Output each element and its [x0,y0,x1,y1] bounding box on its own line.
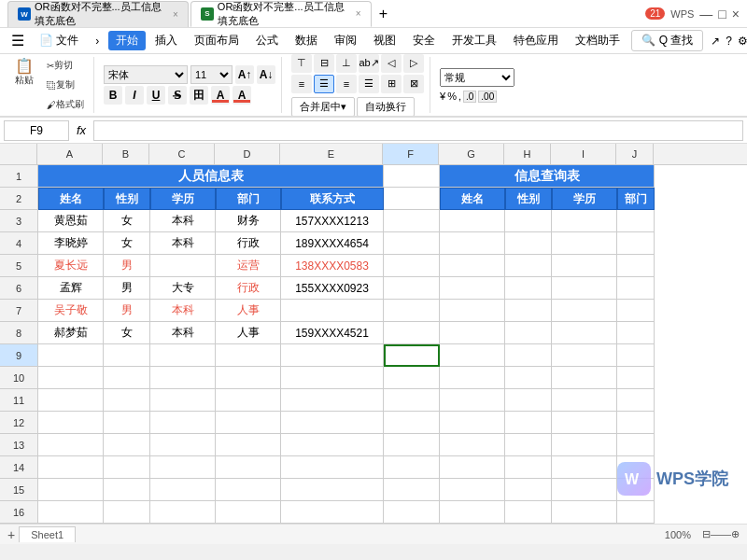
copy-button[interactable]: ⿻ 复制 [43,77,88,93]
cell-A9[interactable] [38,344,104,367]
search-box[interactable]: 🔍 Q 查找 [631,30,703,51]
cell-I6[interactable] [552,277,617,300]
cell-I10[interactable] [552,367,617,389]
cell-I8[interactable] [552,322,617,344]
cell-B2[interactable]: 性别 [104,188,150,210]
cell-C5[interactable] [150,255,216,277]
font-size-select[interactable]: 11 [190,65,233,84]
tab-et-doc[interactable]: S OR函数对不完整...员工信息填充底色 × [190,1,372,27]
row-header-9[interactable]: 9 [0,344,37,367]
cell-E9[interactable] [281,344,384,367]
cell-J12[interactable] [617,412,655,434]
cell-G4[interactable] [440,232,505,255]
cell-F5[interactable] [384,255,440,277]
cell-D14[interactable] [216,456,281,479]
cell-B10[interactable] [104,367,150,389]
cell-I9[interactable] [552,344,617,367]
row-header-7[interactable]: 7 [0,300,37,322]
cell-B8[interactable]: 女 [104,322,150,344]
cell-H4[interactable] [505,232,552,255]
row-header-15[interactable]: 15 [0,479,37,501]
cell-I13[interactable] [552,434,617,456]
share-icon[interactable]: ↗ [711,35,720,48]
cell-H13[interactable] [505,434,552,456]
cell-H12[interactable] [505,412,552,434]
cell-A12[interactable] [38,412,104,434]
cell-J11[interactable] [617,389,655,412]
cell-A16[interactable] [38,501,104,524]
cell-I7[interactable] [552,300,617,322]
row-header-1[interactable]: 1 [0,165,37,188]
formula-input[interactable] [93,120,743,141]
cell-E8[interactable]: 159XXXX4521 [281,322,384,344]
cell-C9[interactable] [150,344,216,367]
cell-E13[interactable] [281,434,384,456]
col-header-F[interactable]: F [383,144,439,164]
col-header-J[interactable]: J [616,144,654,164]
cell-E14[interactable] [281,456,384,479]
cell-D3[interactable]: 财务 [216,210,281,232]
cell-C4[interactable]: 本科 [150,232,216,255]
cell-H2[interactable]: 性别 [505,188,552,210]
cell-B15[interactable] [104,479,150,501]
cell-I11[interactable] [552,389,617,412]
minimize-button[interactable]: — [699,7,712,21]
cell-C7[interactable]: 本科 [150,300,216,322]
cell-E4[interactable]: 189XXXX4654 [281,232,384,255]
col-header-E[interactable]: E [280,144,383,164]
menu-formula[interactable]: 公式 [248,31,286,50]
cell-B7[interactable]: 男 [104,300,150,322]
cell-G6[interactable] [440,277,505,300]
cell-G15[interactable] [440,479,505,501]
menu-file[interactable]: 📄 文件 [32,31,86,50]
cell-B4[interactable]: 女 [104,232,150,255]
cell-J7[interactable] [617,300,655,322]
cell-C2[interactable]: 学历 [150,188,216,210]
text-angle-button[interactable]: ab↗ [359,54,379,73]
cell-E3[interactable]: 157XXXX1213 [281,210,384,232]
cell-A6[interactable]: 孟辉 [38,277,104,300]
cell-H15[interactable] [505,479,552,501]
col-header-B[interactable]: B [103,144,149,164]
cell-A5[interactable]: 夏长远 [38,255,104,277]
align-justify-button[interactable]: ☰ [359,75,379,93]
cell-H14[interactable] [505,456,552,479]
help-icon[interactable]: ? [726,35,732,48]
cell-F8[interactable] [384,322,440,344]
col-header-A[interactable]: A [37,144,103,164]
border-button[interactable]: 田 [190,86,208,105]
align-bottom-button[interactable]: ⊥ [336,54,357,73]
cell-B9[interactable] [104,344,150,367]
font-size-decrease-button[interactable]: A↓ [257,65,275,84]
cell-A7[interactable]: 吴子敬 [38,300,104,322]
fill-color-button[interactable]: A [211,86,230,105]
italic-button[interactable]: I [125,86,144,105]
indent-increase-button[interactable]: ▷ [403,54,424,73]
row-header-10[interactable]: 10 [0,367,37,389]
cell-J2[interactable]: 部门 [617,188,655,210]
col-header-I[interactable]: I [551,144,616,164]
cell-G8[interactable] [440,322,505,344]
align-top-button[interactable]: ⊤ [291,54,312,73]
col-header-C[interactable]: C [149,144,215,164]
cell-D10[interactable] [216,367,281,389]
cell-E12[interactable] [281,412,384,434]
cell-B11[interactable] [104,389,150,412]
col-header-H[interactable]: H [504,144,551,164]
add-sheet-button[interactable]: + [7,527,15,542]
cell-H10[interactable] [505,367,552,389]
tab-close-1[interactable]: × [173,9,178,20]
cell-E2[interactable]: 联系方式 [281,188,384,210]
cell-E16[interactable] [281,501,384,524]
tab-close-2[interactable]: × [356,8,361,19]
menu-toggle[interactable]: ☰ [6,32,30,49]
cell-F10[interactable] [384,367,440,389]
align-left-button[interactable]: ≡ [291,75,312,93]
cell-D8[interactable]: 人事 [216,322,281,344]
row-header-13[interactable]: 13 [0,434,37,456]
maximize-button[interactable]: □ [718,7,726,21]
cell-G14[interactable] [440,456,505,479]
cell-C8[interactable]: 本科 [150,322,216,344]
cell-J6[interactable] [617,277,655,300]
bold-button[interactable]: B [104,86,122,105]
